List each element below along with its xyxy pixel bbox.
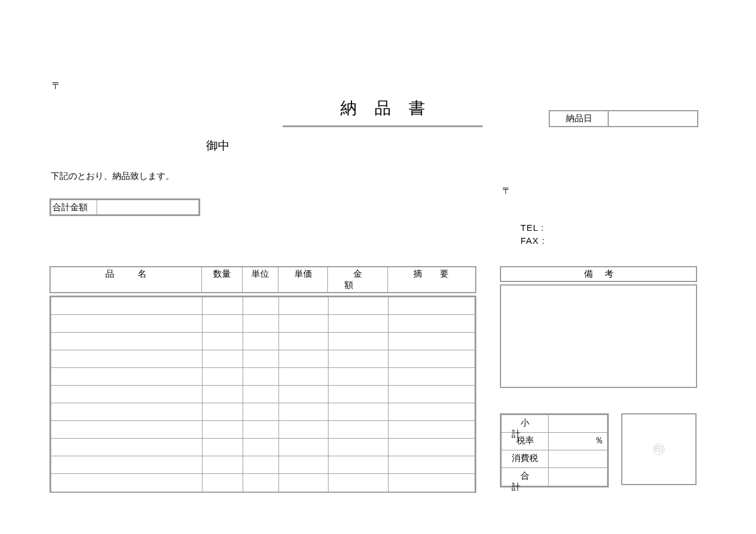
table-cell (51, 386, 203, 403)
table-cell (51, 315, 203, 332)
grand-total-value (97, 200, 198, 214)
col-header-note: 摘要 (388, 267, 474, 292)
subtotal-value (549, 415, 607, 432)
items-body (49, 296, 476, 493)
table-cell (243, 474, 279, 492)
grand-total: 合計金額 (49, 198, 200, 216)
table-cell (389, 315, 475, 332)
summary-total: 合計 (502, 468, 607, 486)
table-cell (279, 315, 329, 332)
table-cell (389, 386, 475, 403)
table-cell (203, 297, 243, 314)
summary-total-value (549, 468, 607, 486)
table-cell (279, 350, 329, 367)
table-cell (329, 333, 389, 350)
table-cell (279, 439, 329, 456)
col-header-unit: 単位 (243, 267, 278, 292)
table-cell (203, 439, 243, 456)
table-cell (243, 421, 279, 438)
table-cell (389, 368, 475, 385)
table-cell (203, 386, 243, 403)
table-cell (203, 474, 243, 492)
col-header-qty: 数量 (202, 267, 243, 292)
postal-vendor: 〒 (502, 185, 511, 197)
table-cell (243, 297, 279, 314)
table-cell (243, 350, 279, 367)
table-cell (203, 368, 243, 385)
table-cell (389, 474, 475, 492)
table-row (51, 439, 475, 456)
col-header-amount: 金額 (328, 267, 388, 292)
remarks-header: 備考 (500, 266, 697, 282)
items-header-row: 品名 数量 単位 単価 金額 摘要 (49, 266, 476, 293)
table-row (51, 333, 475, 350)
table-cell (279, 474, 329, 492)
table-cell (243, 439, 279, 456)
remarks-body (500, 284, 697, 388)
table-cell (51, 421, 203, 438)
table-cell (389, 439, 475, 456)
table-cell (279, 368, 329, 385)
table-cell (279, 403, 329, 420)
table-cell (51, 368, 203, 385)
table-cell (329, 456, 389, 473)
table-cell (51, 350, 203, 367)
items-table: 品名 数量 単位 単価 金額 摘要 (49, 266, 476, 493)
summary-subtotal: 小計 (502, 415, 607, 433)
postal-sender: 〒 (52, 80, 61, 92)
table-cell (203, 421, 243, 438)
table-cell (279, 456, 329, 473)
table-cell (329, 439, 389, 456)
taxrate-label: 税率 (502, 433, 549, 450)
col-header-name: 品名 (51, 267, 202, 292)
table-cell (329, 315, 389, 332)
table-cell (51, 297, 203, 314)
table-cell (329, 297, 389, 314)
table-cell (329, 350, 389, 367)
table-cell (389, 333, 475, 350)
table-cell (329, 386, 389, 403)
remarks-section: 備考 (500, 266, 697, 388)
table-row (51, 386, 475, 403)
delivery-date: 納品日 (549, 110, 698, 127)
table-row (51, 315, 475, 333)
table-cell (203, 456, 243, 473)
table-cell (243, 315, 279, 332)
table-cell (279, 297, 329, 314)
table-cell (203, 350, 243, 367)
intro-text: 下記のとおり、納品致します。 (51, 171, 174, 182)
table-row (51, 474, 475, 492)
table-cell (329, 403, 389, 420)
table-row (51, 421, 475, 439)
table-cell (279, 333, 329, 350)
table-cell (389, 421, 475, 438)
summary-table: 小計 税率 ％ 消費税 合計 (500, 413, 609, 487)
grand-total-label: 合計金額 (51, 200, 97, 214)
table-cell (389, 403, 475, 420)
subtotal-label: 小計 (502, 415, 549, 432)
table-cell (243, 403, 279, 420)
tax-label: 消費税 (502, 450, 549, 467)
document-title: 納品書 (283, 97, 483, 127)
table-cell (243, 386, 279, 403)
table-cell (329, 368, 389, 385)
table-cell (51, 456, 203, 473)
onchuu-label: 御中 (206, 138, 230, 154)
tax-value (549, 450, 607, 467)
table-cell (243, 368, 279, 385)
summary-tax: 消費税 (502, 450, 607, 468)
table-row (51, 403, 475, 421)
table-cell (279, 386, 329, 403)
delivery-date-value (609, 111, 697, 126)
table-cell (389, 350, 475, 367)
table-cell (279, 421, 329, 438)
table-cell (203, 333, 243, 350)
table-cell (243, 456, 279, 473)
taxrate-value: ％ (549, 433, 607, 450)
table-cell (51, 403, 203, 420)
seal-icon: 印 (653, 443, 665, 455)
table-cell (243, 333, 279, 350)
table-row (51, 368, 475, 386)
table-cell (389, 297, 475, 314)
fax-label: FAX : (520, 236, 545, 246)
